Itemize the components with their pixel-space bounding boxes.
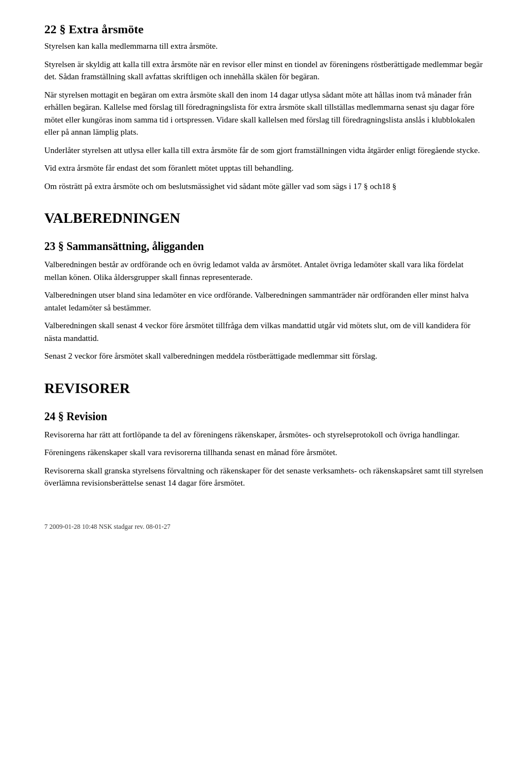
section-23-heading: 23 § Sammansättning, åligganden	[44, 240, 488, 253]
section-23-para-4: Senast 2 veckor före årsmötet skall valb…	[44, 350, 488, 363]
section-23-para-3: Valberedningen skall senast 4 veckor för…	[44, 319, 488, 344]
valberedningen-heading: VALBEREDNINGEN	[44, 210, 488, 227]
section-22-para-2: Styrelsen är skyldig att kalla till extr…	[44, 58, 488, 83]
section-22-para-4: Underlåter styrelsen att utlysa eller ka…	[44, 144, 488, 157]
section-22-para-6: Om rösträtt på extra årsmöte och om besl…	[44, 180, 488, 193]
section-23-para-2: Valberedningen utser bland sina ledamöte…	[44, 289, 488, 314]
footer: 7 2009-01-28 10:48 NSK stadgar rev. 08-0…	[44, 523, 488, 531]
section-23-para-1: Valberedningen består av ordförande och …	[44, 258, 488, 283]
section-24-heading: 24 § Revision	[44, 410, 488, 423]
section-22-para-1: Styrelsen kan kalla medlemmarna till ext…	[44, 40, 488, 53]
section-22-heading: 22 § Extra årsmöte	[44, 22, 488, 37]
section-24-para-3: Revisorerna skall granska styrelsens för…	[44, 465, 488, 489]
section-22-para-5: Vid extra årsmöte får endast det som för…	[44, 162, 488, 175]
section-24-para-1: Revisorerna har rätt att fortlöpande ta …	[44, 429, 488, 441]
footer-text: 7 2009-01-28 10:48 NSK stadgar rev. 08-0…	[44, 523, 171, 531]
section-22-para-3: När styrelsen mottagit en begäran om ext…	[44, 89, 488, 139]
section-24-para-2: Föreningens räkenskaper skall vara revis…	[44, 446, 488, 459]
revisorer-heading: REVISORER	[44, 380, 488, 397]
